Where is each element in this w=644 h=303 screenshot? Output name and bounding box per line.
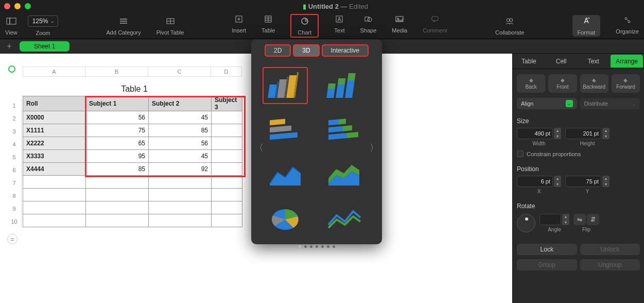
unlock-button[interactable]: Unlock — [580, 244, 640, 255]
cell[interactable] — [86, 189, 149, 201]
chart-type-3d-area[interactable] — [263, 156, 308, 193]
cell[interactable] — [212, 189, 242, 201]
text-button[interactable]: A Text — [334, 14, 344, 38]
chart-type-3d-line[interactable] — [321, 200, 367, 237]
col-header[interactable]: C — [148, 66, 211, 77]
cell[interactable] — [212, 111, 242, 124]
media-button[interactable]: Media — [392, 14, 407, 38]
table-header-cell[interactable]: Roll — [23, 96, 86, 111]
cell[interactable] — [23, 189, 86, 201]
cell[interactable] — [86, 176, 149, 189]
add-sheet-button[interactable]: + — [4, 42, 14, 51]
height-input[interactable] — [565, 128, 601, 139]
cell[interactable] — [212, 163, 242, 176]
row-header[interactable]: 1 — [7, 99, 22, 112]
tab-text[interactable]: Text — [578, 54, 610, 69]
tab-cell[interactable]: Cell — [545, 54, 578, 69]
chart-type-3d-column[interactable] — [263, 67, 308, 104]
cell[interactable]: X2222 — [23, 137, 86, 150]
send-back-button[interactable]: ◆Back — [517, 74, 545, 93]
chart-tab-interactive[interactable]: Interactive — [322, 44, 369, 57]
minimize-window[interactable] — [14, 3, 21, 9]
tab-table[interactable]: Table — [513, 54, 545, 69]
angle-input[interactable] — [539, 214, 561, 225]
close-window[interactable] — [4, 3, 10, 9]
cell[interactable] — [149, 189, 212, 201]
y-input[interactable] — [565, 176, 601, 187]
fullscreen-window[interactable] — [25, 3, 31, 9]
formula-handle-icon[interactable]: = — [7, 234, 18, 244]
organize-button[interactable]: Organize — [616, 15, 639, 37]
table-title[interactable]: Table 1 — [23, 85, 246, 94]
cell[interactable] — [149, 214, 212, 227]
x-stepper[interactable]: ▲▼ — [554, 176, 561, 187]
cell[interactable]: 45 — [149, 150, 212, 163]
cell[interactable] — [23, 201, 86, 214]
row-header[interactable]: 9 — [7, 202, 22, 215]
dot[interactable] — [327, 245, 329, 248]
distribute-select[interactable]: Distribute⌵ — [580, 98, 640, 109]
dot[interactable] — [333, 245, 335, 248]
y-stepper[interactable]: ▲▼ — [602, 176, 610, 187]
add-category-button[interactable]: Add Category — [107, 16, 141, 36]
row-header[interactable]: 5 — [7, 150, 22, 163]
row-header[interactable]: 7 — [7, 176, 22, 189]
chart-tab-3d[interactable]: 3D — [293, 44, 319, 57]
cell[interactable]: 56 — [149, 137, 212, 150]
cell[interactable]: 75 — [86, 124, 149, 137]
row-header[interactable]: 8 — [7, 189, 22, 202]
table-button[interactable]: Table — [262, 14, 275, 38]
chart-type-3d-stacked-column[interactable] — [321, 67, 367, 104]
cell[interactable] — [212, 124, 242, 137]
cell[interactable] — [212, 137, 242, 150]
chart-type-3d-stacked-area[interactable] — [321, 156, 367, 193]
insert-button[interactable]: Insert — [232, 14, 247, 38]
dot[interactable] — [321, 245, 324, 248]
view-button[interactable]: View — [5, 16, 18, 36]
cell[interactable]: X0000 — [23, 111, 86, 124]
flip-h-button[interactable]: ⇋ — [573, 214, 586, 225]
cell[interactable] — [212, 201, 242, 214]
chart-tab-2d[interactable]: 2D — [265, 44, 291, 57]
format-button[interactable]: Format — [572, 15, 601, 37]
chart-type-3d-stacked-bar[interactable] — [321, 111, 367, 148]
row-header[interactable]: 3 — [7, 125, 22, 138]
bring-front-button[interactable]: ◆Front — [548, 74, 577, 93]
cell[interactable] — [212, 150, 242, 163]
cell[interactable]: X3333 — [23, 150, 86, 163]
cell[interactable]: 85 — [86, 163, 149, 176]
cell[interactable]: 85 — [149, 124, 212, 137]
row-header[interactable]: 2 — [7, 112, 22, 125]
cell[interactable]: X1111 — [23, 124, 86, 137]
flip-v-button[interactable]: ⇵ — [587, 214, 599, 225]
cell[interactable] — [23, 214, 86, 227]
row-header[interactable]: 4 — [7, 138, 22, 150]
pivot-table-button[interactable]: Pivot Table — [156, 16, 184, 36]
cell[interactable]: 95 — [86, 150, 149, 163]
width-input[interactable] — [517, 128, 553, 139]
chart-type-3d-bar[interactable] — [263, 111, 308, 148]
dot[interactable] — [310, 245, 312, 248]
chart-type-3d-pie[interactable] — [263, 200, 308, 237]
table-handle-icon[interactable] — [8, 65, 15, 73]
zoom-button[interactable]: 125%⌵ Zoom — [28, 15, 59, 36]
cell[interactable]: X4444 — [23, 163, 86, 176]
comment-button[interactable]: Comment — [423, 14, 447, 38]
row-header[interactable]: 10 — [7, 215, 22, 228]
cell[interactable]: 65 — [86, 137, 149, 150]
sheet-tab-1[interactable]: Sheet 1 — [20, 41, 69, 52]
x-input[interactable] — [517, 176, 553, 187]
cell[interactable]: 45 — [149, 111, 212, 124]
cell[interactable] — [212, 176, 242, 189]
table-header-cell[interactable]: Subject 1 — [86, 96, 149, 111]
send-backward-button[interactable]: ◆Backward — [580, 74, 608, 93]
collaborate-button[interactable]: Collaborate — [495, 16, 524, 36]
dot[interactable] — [316, 245, 318, 248]
dot[interactable] — [299, 245, 301, 248]
table-header-cell[interactable]: Subject 2 — [149, 96, 212, 111]
rotate-dial[interactable] — [517, 214, 535, 232]
lock-button[interactable]: Lock — [517, 244, 577, 255]
cell[interactable] — [149, 176, 212, 189]
cell[interactable] — [23, 176, 86, 189]
col-header[interactable]: B — [85, 66, 148, 77]
